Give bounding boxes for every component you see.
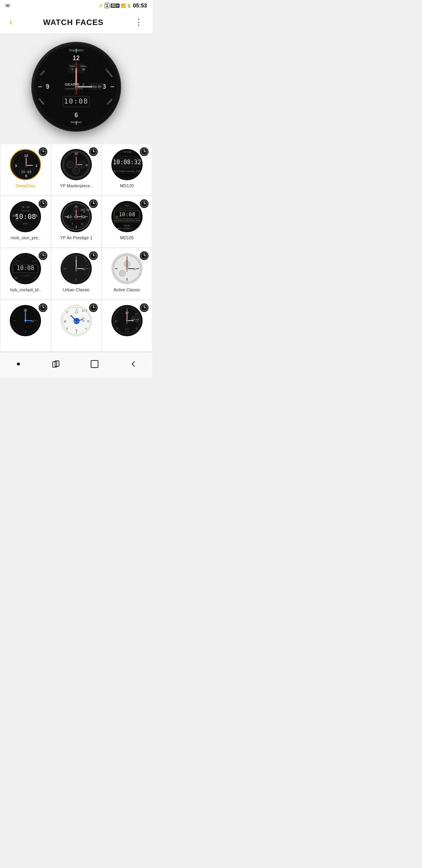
signal-icon: 📶 — [121, 4, 125, 8]
svg-text:5: 5 — [81, 223, 83, 226]
status-bar: ✉ ⚡ 1 4G+ 📶 🔋 05:53 — [0, 0, 152, 11]
watch-thumbnail-mob-sion: 10 28 TUE AUG 10:08 100 35 PM 3457 — [10, 201, 41, 232]
watch-thumbnail-dark2: 12 10 2 4 8 8 FRI 28 9:30 45:61A — [111, 305, 143, 336]
svg-text:35: 35 — [34, 277, 36, 279]
svg-text:9:30: 9:30 — [125, 328, 129, 330]
grid-item-dark2[interactable]: 12 10 2 4 8 8 FRI 28 9:30 45:61A — [102, 300, 152, 351]
svg-text:PM: PM — [15, 262, 17, 264]
grid-item-deepgrey[interactable]: 12 3 6 9 10:08 — [1, 144, 50, 195]
svg-text:♥ HEART: ♥ HEART — [123, 228, 131, 230]
watch-thumbnail-light1: 12 10 2 2 4 8 8 6 6 3457 FRI 28 — [61, 305, 92, 336]
svg-text:0,00 00: 0,00 00 — [123, 224, 130, 227]
svg-point-111 — [75, 216, 77, 218]
badge-dark1 — [39, 303, 47, 312]
svg-text:45:61A: 45:61A — [124, 331, 129, 333]
watch-thumbnail-md120: 7.10.2018 Mon Tue Wed Thu Fri Sat 10:08:… — [111, 149, 143, 180]
label-md105: MD105 — [120, 235, 134, 240]
svg-text:100: 100 — [13, 214, 18, 217]
svg-text:0: 0 — [72, 68, 73, 71]
svg-text:10:08:32: 10:08:32 — [113, 159, 141, 166]
svg-point-46 — [25, 165, 27, 166]
svg-text:10 2: 10 2 — [82, 309, 87, 312]
badge-yp-air — [89, 199, 98, 208]
status-left: ✉ — [5, 3, 10, 9]
svg-text:THU 06: THU 06 — [13, 260, 19, 262]
header: ‹ WATCH FACES ⋮ — [0, 11, 152, 34]
badge-md105 — [140, 199, 148, 208]
svg-text:2018: 2018 — [125, 204, 129, 207]
svg-text:8: 8 — [115, 319, 117, 323]
svg-text:10:08: 10:08 — [21, 170, 32, 174]
nav-home-button[interactable] — [84, 357, 106, 373]
svg-text:6: 6 — [75, 112, 78, 118]
watch-thumbnail-yp-masterpiece: 12 3 — [61, 149, 92, 180]
nav-recent-button[interactable] — [45, 357, 67, 373]
svg-text:10:08: 10:08 — [64, 97, 88, 105]
email-icon: ✉ — [5, 3, 10, 9]
svg-text:STEPS: STEPS — [116, 228, 121, 230]
battery-icon: 🔋 — [127, 4, 131, 8]
svg-text:12: 12 — [75, 310, 79, 314]
label-hyb: hyb_cockpit_bl.. — [10, 287, 41, 292]
svg-point-175 — [119, 270, 125, 276]
svg-text:5.7w 3457: 5.7w 3457 — [21, 274, 30, 277]
svg-text:100: 100 — [14, 277, 18, 279]
svg-text:Steps: Steps — [70, 65, 75, 67]
nav-dot-button[interactable] — [9, 358, 28, 372]
grid-item-md105[interactable]: 2018 DATE THU FRI AUG-30 10:08 CENTRAL E… — [102, 196, 152, 247]
svg-text:10:08: 10:08 — [17, 265, 34, 272]
badge-md120 — [140, 147, 148, 156]
grid-item-dark1[interactable]: 12 28 — [1, 300, 50, 351]
svg-point-181 — [126, 268, 127, 269]
featured-watch-face[interactable]: StopWatch Timer Calendar Health Power We… — [31, 42, 121, 132]
status-time: 05:53 — [133, 2, 147, 9]
watch-thumbnail-hyb: 10:08 THU 06 89 892 PM 5.7w 3457 100 35 — [10, 253, 41, 284]
svg-text:80: 80 — [82, 68, 86, 71]
label-md120: MD120 — [120, 183, 134, 188]
grid-item-yp-air[interactable]: 11 165 145 1 5 7 8 10:08:32 29 — [52, 196, 101, 247]
grid-item-active[interactable]: 28 Active Classic — [102, 248, 152, 299]
back-button[interactable]: ‹ — [6, 16, 15, 29]
svg-text:7.10.2018: 7.10.2018 — [123, 151, 131, 153]
svg-text:7: 7 — [72, 223, 73, 226]
grid-item-md120[interactable]: 7.10.2018 Mon Tue Wed Thu Fri Sat 10:08:… — [102, 144, 152, 195]
badge-deepgrey — [39, 147, 47, 156]
nav-back-button[interactable] — [122, 357, 144, 373]
label-active: Active Classic — [113, 287, 140, 292]
badge-yp-masterpiece — [89, 147, 98, 156]
watch-thumbnail-yp-air: 11 165 145 1 5 7 8 10:08:32 29 — [61, 201, 92, 232]
svg-text:35: 35 — [34, 214, 38, 217]
svg-point-62 — [75, 164, 77, 166]
svg-text:8: 8 — [117, 327, 118, 330]
watch-thumbnail-md105: 2018 DATE THU FRI AUG-30 10:08 CENTRAL E… — [111, 201, 143, 232]
svg-point-245 — [126, 320, 127, 321]
bluetooth-icon: ⚡ — [98, 3, 104, 8]
svg-text:3457: 3457 — [23, 222, 29, 225]
svg-point-56 — [67, 161, 74, 168]
grid-container: 12 3 6 9 10:08 — [1, 144, 152, 351]
badge-hyb — [39, 251, 47, 260]
grid-item-hyb[interactable]: 10:08 THU 06 89 892 PM 5.7w 3457 100 35 — [1, 248, 50, 299]
label-deepgrey: DeepGrey — [16, 183, 35, 188]
svg-text:4: 4 — [136, 327, 137, 330]
badge-urban — [89, 251, 98, 260]
svg-text:28: 28 — [82, 320, 85, 322]
svg-point-222 — [76, 320, 77, 322]
svg-point-34 — [75, 86, 77, 88]
menu-button[interactable]: ⋮ — [131, 16, 146, 29]
svg-text:9: 9 — [15, 164, 17, 168]
svg-point-58 — [73, 167, 80, 174]
grid-item-urban[interactable]: 28 Urban Classic — [52, 248, 101, 299]
sim-icon: 1 — [105, 3, 109, 8]
svg-text:DATE THU FRI AUG-30: DATE THU FRI AUG-30 — [118, 207, 135, 209]
grid-item-light1[interactable]: 12 10 2 2 4 8 8 6 6 3457 FRI 28 — [52, 300, 101, 351]
svg-point-250 — [17, 362, 20, 366]
grid-item-yp-masterpiece[interactable]: 12 3 — [52, 144, 101, 195]
grid-item-mob-sion[interactable]: 10 28 TUE AUG 10:08 100 35 PM 3457 mob_s… — [1, 196, 50, 247]
badge-active — [140, 251, 148, 260]
svg-text:12: 12 — [73, 55, 80, 61]
nav-bar — [0, 352, 152, 378]
svg-text:9: 9 — [46, 83, 50, 90]
svg-point-162 — [75, 268, 77, 269]
svg-text:PM: PM — [15, 219, 18, 222]
